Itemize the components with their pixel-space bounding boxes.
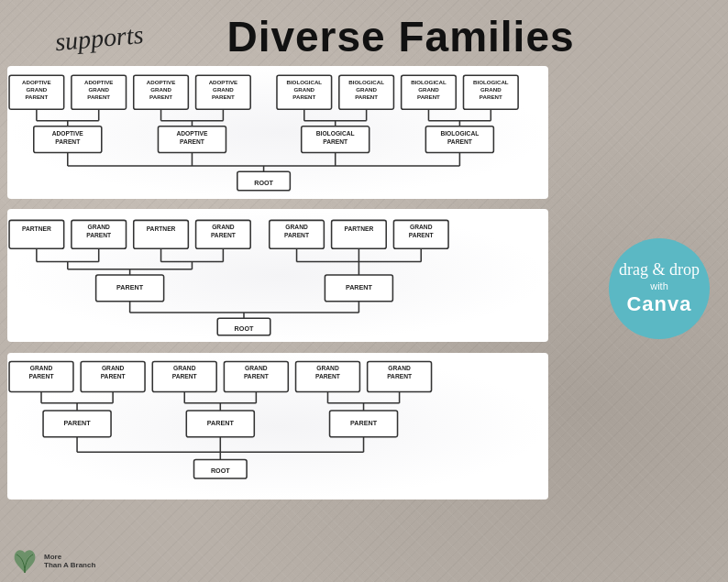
svg-text:PARENT: PARENT (116, 283, 144, 291)
logo-icon (11, 547, 39, 575)
canva-badge: drag & drop with Canva (609, 238, 710, 339)
header: supports Diverse Families (0, 7, 728, 61)
page-content: supports Diverse Families ADOPTIVEGRANDP… (0, 0, 728, 582)
svg-text:PARENT: PARENT (346, 283, 373, 291)
page-title: Diverse Families (73, 7, 728, 61)
drag-drop-text: drag & drop (619, 261, 700, 280)
svg-text:PARTNER: PARTNER (345, 225, 374, 232)
logo-text: More Than A Branch (44, 553, 95, 569)
svg-text:ADOPTIVEGRANDPARENT: ADOPTIVEGRANDPARENT (147, 79, 175, 100)
chart1-svg: ADOPTIVEGRANDPARENT ADOPTIVEGRANDPARENT … (7, 66, 548, 199)
chart3-svg: GRANDPARENT GRANDPARENT GRANDPARENT GRAN… (7, 353, 548, 500)
svg-text:ADOPTIVEGRANDPARENT: ADOPTIVEGRANDPARENT (209, 79, 237, 100)
with-text: with (650, 280, 668, 291)
canva-text: Canva (626, 292, 691, 316)
svg-text:ADOPTIVEGRANDPARENT: ADOPTIVEGRANDPARENT (84, 79, 113, 100)
svg-text:PARENT: PARENT (350, 419, 378, 427)
chart2-svg: PARTNER GRANDPARENT PARTNER GRANDPARENT … (7, 209, 548, 342)
svg-text:PARTNER: PARTNER (147, 225, 176, 232)
chart1-panel: ADOPTIVEGRANDPARENT ADOPTIVEGRANDPARENT … (7, 66, 548, 199)
svg-text:PARENT: PARENT (207, 419, 235, 427)
svg-text:ROOT: ROOT (211, 467, 230, 475)
svg-text:ADOPTIVEGRANDPARENT: ADOPTIVEGRANDPARENT (22, 79, 50, 100)
svg-text:PARENT: PARENT (64, 419, 92, 427)
logo: More Than A Branch (11, 547, 95, 575)
chart3-panel: GRANDPARENT GRANDPARENT GRANDPARENT GRAN… (7, 353, 548, 500)
svg-text:PARTNER: PARTNER (22, 225, 51, 232)
svg-text:ROOT: ROOT (254, 179, 273, 187)
svg-text:ROOT: ROOT (235, 324, 254, 333)
chart2-panel: PARTNER GRANDPARENT PARTNER GRANDPARENT … (7, 209, 548, 342)
